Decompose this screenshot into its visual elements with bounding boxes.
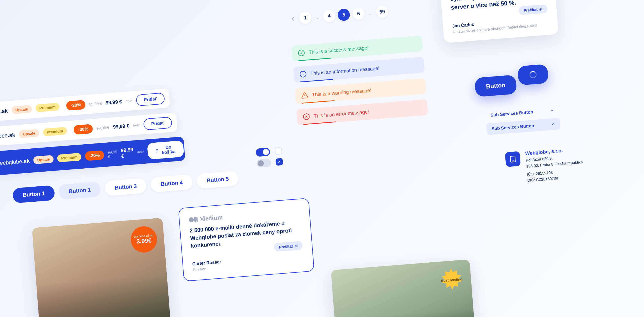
button-row: Button 1 Button 1 Button 3 Button 4 Butt… xyxy=(12,171,239,203)
page-button-59[interactable]: 59 xyxy=(376,5,389,18)
company-info: Webglobe, s.r.o. Pobřežní 620/3, 186 00,… xyxy=(505,146,584,184)
spinner-icon xyxy=(529,71,537,78)
add-button[interactable]: Pridať xyxy=(136,93,165,106)
discount-pill: -30% xyxy=(66,100,86,110)
svg-rect-3 xyxy=(510,156,515,162)
price-old: 99,99 € xyxy=(108,149,118,159)
alert-warning: This is a warning message! xyxy=(295,78,427,104)
price-new: 99,99 € xyxy=(105,99,122,106)
alert-success: This is a success message! xyxy=(291,36,423,61)
promo-card-hosting[interactable]: Best hosting Best hosting in CZ Vypátraj… xyxy=(331,259,478,317)
page-button-1[interactable]: 1 xyxy=(299,11,312,24)
read-button[interactable]: Prečítať si xyxy=(518,4,548,15)
toggle-group xyxy=(255,146,282,157)
big-button[interactable]: Button xyxy=(475,75,517,97)
company-details: Webglobe, s.r.o. Pobřežní 620/3, 186 00,… xyxy=(525,146,584,183)
badge-premium: Premium xyxy=(43,127,67,136)
cart-button[interactable]: Do košíka xyxy=(147,140,184,160)
info-circle-icon xyxy=(299,71,307,78)
star-badge: Best hosting xyxy=(439,267,465,293)
building-icon xyxy=(505,151,521,167)
badge-upsale: Upsale xyxy=(33,155,54,164)
alert-error: This is an error message! xyxy=(296,99,428,125)
badge-upsale: Upsale xyxy=(19,129,39,138)
alert-text: This is a success message! xyxy=(309,45,369,55)
page-ellipsis: ... xyxy=(367,10,374,16)
sub-service-label: Sub Services Button xyxy=(491,123,534,131)
check-circle-icon xyxy=(297,49,305,57)
page-button-6[interactable]: 6 xyxy=(352,7,365,20)
page-prev-arrow-icon[interactable] xyxy=(289,15,297,23)
testimonial-card-outlined: Medium 2 500 000 e-mailů denně dokážeme … xyxy=(178,198,315,281)
price-bubble-amount: 3,99€ xyxy=(136,237,152,245)
toggle-group: ✓ xyxy=(257,157,283,168)
badge-upsale: Upsale xyxy=(11,105,32,114)
toggle-off[interactable] xyxy=(257,158,271,168)
loading-button[interactable] xyxy=(517,64,549,85)
page-ellipsis: ... xyxy=(314,14,321,20)
pagination: 1 ... 4 5 6 ... 59 xyxy=(289,5,389,25)
testimonial-card: Díky jednoduche škálovatelnosti výkonu j… xyxy=(439,0,559,43)
price-unit: /rok* xyxy=(126,99,133,103)
domain-name: bglobe.sk xyxy=(0,131,15,140)
cart-button-label: Do košíka xyxy=(161,144,176,155)
alerts: This is a success message! This is an in… xyxy=(291,36,428,125)
price-new: 99,99 € xyxy=(121,147,134,159)
warning-triangle-icon xyxy=(301,92,309,99)
button-outline[interactable]: Button 5 xyxy=(196,171,239,189)
checkbox-on[interactable]: ✓ xyxy=(276,158,283,166)
page-button-4[interactable]: 4 xyxy=(323,10,336,22)
read-button[interactable]: Prečítať si xyxy=(274,241,303,252)
badge-premium: Premium xyxy=(35,103,60,112)
chevron-up-icon xyxy=(551,122,555,126)
sub-service-label: Sub Services Button xyxy=(490,110,533,118)
discount-pill: -30% xyxy=(73,124,93,135)
medium-logo-icon xyxy=(189,217,198,222)
alert-text: This is an error message! xyxy=(314,109,369,119)
error-circle-icon xyxy=(303,113,310,121)
promo-card-black-friday[interactable]: Domena už od 3,99€ Black Friday te majit… xyxy=(32,218,172,317)
domain-name: webglobe.sk xyxy=(0,158,30,166)
trash-icon xyxy=(155,148,159,153)
chevron-down-icon xyxy=(550,108,554,113)
price-unit: /rok* xyxy=(137,150,144,154)
button-primary[interactable]: Button 1 xyxy=(12,185,55,203)
button-soft[interactable]: Button 1 xyxy=(58,181,101,200)
price-old: 99,99 € xyxy=(96,125,109,131)
add-button[interactable]: Pridať xyxy=(143,117,172,130)
alert-text: This is an information message! xyxy=(310,65,380,77)
button-outline[interactable]: Button 3 xyxy=(104,178,147,196)
page-button-5[interactable]: 5 xyxy=(337,8,350,21)
discount-pill: -30% xyxy=(85,150,105,161)
domain-name: bglobe.sk xyxy=(0,107,8,116)
checkbox-off[interactable] xyxy=(275,147,282,155)
price-unit: /rok* xyxy=(133,123,140,127)
medium-logo-text: Medium xyxy=(199,213,223,223)
alert-text: This is a warning message! xyxy=(312,87,372,98)
price-new: 99,99 € xyxy=(113,123,130,130)
button-outline[interactable]: Button 4 xyxy=(150,174,193,193)
toggle-on[interactable] xyxy=(255,148,270,157)
alert-info: This is an information message! xyxy=(293,57,425,83)
badge-premium: Premium xyxy=(57,153,82,162)
price-old: 99,99 € xyxy=(89,101,102,107)
